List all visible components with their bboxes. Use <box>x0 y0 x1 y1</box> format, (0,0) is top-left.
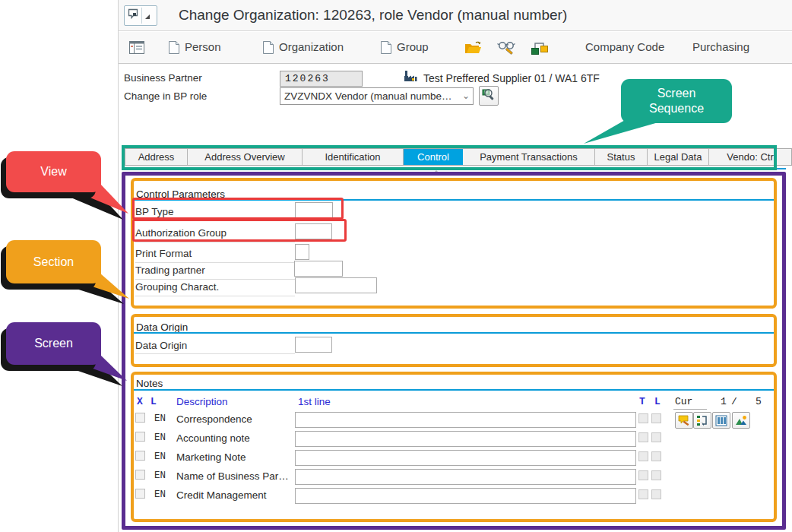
notes-pager-separator: / <box>731 396 737 407</box>
table-icon <box>715 415 727 426</box>
notes-col-first-line[interactable]: 1st line <box>298 396 331 407</box>
note-t-checkbox[interactable] <box>638 489 648 499</box>
table-view-button[interactable] <box>712 412 730 429</box>
print-format-label: Print Format <box>135 245 295 263</box>
organization-button[interactable]: Organization <box>279 40 344 53</box>
note-row-lang: EN <box>154 432 166 443</box>
bp-role-selected-value: ZVZVNDX Vendor (manual numbe… <box>284 90 452 102</box>
group-doc-icon <box>381 41 391 57</box>
services-button-divider <box>141 8 142 24</box>
note-t-checkbox[interactable] <box>638 470 648 480</box>
data-origin-input[interactable] <box>295 337 332 353</box>
note-first-line-input[interactable] <box>295 412 636 428</box>
pager-underline <box>673 409 707 410</box>
tab-vendor-ctrl[interactable]: Vendo: Ctr <box>709 149 791 165</box>
relationships-icon[interactable] <box>531 40 549 59</box>
note-row-checkbox[interactable] <box>135 432 145 442</box>
section-callout: Section <box>6 240 101 283</box>
notes-pager-total: 5 <box>756 396 762 407</box>
page: { "titlebar": { "title": "Change Organiz… <box>0 0 792 532</box>
grouping-charact-input[interactable] <box>295 277 377 293</box>
note-l-checkbox[interactable] <box>651 413 661 423</box>
trading-partner-input[interactable] <box>294 261 343 277</box>
trading-partner-label: Trading partner <box>135 261 295 280</box>
tab-strip: Address Address Overview Identification … <box>125 148 792 166</box>
grouping-charact-label: Grouping Charact. <box>135 278 295 296</box>
tabstrip-underline <box>122 168 786 169</box>
note-row-description: Marketing Note <box>176 451 292 463</box>
display-change-glasses-icon[interactable] <box>497 40 517 59</box>
print-format-input[interactable] <box>295 244 309 260</box>
note-first-line-input[interactable] <box>295 488 636 504</box>
control-parameters-title-underline <box>134 199 774 201</box>
note-l-checkbox[interactable] <box>651 451 661 461</box>
dropdown-corner-icon <box>144 9 150 23</box>
tab-address-overview[interactable]: Address Overview <box>188 149 303 165</box>
note-row-description: Credit Management <box>176 489 292 501</box>
screen-callout-label: Screen <box>34 336 73 351</box>
notes-col-l2[interactable]: L <box>654 396 661 407</box>
speech-bubble-icon <box>128 8 140 23</box>
authorization-group-input[interactable] <box>295 223 332 239</box>
bp-type-input[interactable] <box>295 202 333 218</box>
note-row-checkbox[interactable] <box>135 413 145 423</box>
organization-doc-icon <box>263 41 274 57</box>
bp-role-search-button[interactable] <box>479 86 499 106</box>
services-menu-button[interactable] <box>124 5 157 26</box>
window-left-edge <box>118 0 119 532</box>
data-origin-title: Data Origin <box>136 321 188 333</box>
note-row-description: Name of Business Par… <box>176 470 292 482</box>
notes-col-l[interactable]: L <box>150 396 157 407</box>
screen-sequence-callout: Screen Sequence <box>621 79 732 123</box>
notes-col-x[interactable]: X <box>137 396 143 407</box>
notes-title: Notes <box>136 378 163 389</box>
note-l-checkbox[interactable] <box>651 432 661 442</box>
magnifier-doc-icon <box>482 87 496 104</box>
note-first-line-input[interactable] <box>295 431 636 447</box>
sequence-list-button[interactable] <box>693 412 711 429</box>
note-l-checkbox[interactable] <box>651 470 661 480</box>
note-t-checkbox[interactable] <box>638 451 648 461</box>
tab-status[interactable]: Status <box>595 149 648 165</box>
screen-callout: Screen <box>6 322 101 365</box>
notes-col-t[interactable]: T <box>639 396 645 407</box>
locator-icon[interactable] <box>129 41 144 57</box>
bp-type-label: BP Type <box>135 203 295 221</box>
open-folder-icon[interactable] <box>464 40 482 58</box>
group-button[interactable]: Group <box>397 40 429 53</box>
tab-control[interactable]: Control <box>404 149 463 165</box>
purchasing-button[interactable]: Purchasing <box>692 40 749 53</box>
note-row-lang: EN <box>154 489 166 500</box>
note-edit-icon <box>678 415 691 426</box>
note-t-checkbox[interactable] <box>638 432 648 442</box>
graphic-view-button[interactable] <box>732 412 750 429</box>
business-partner-value-field[interactable]: 120263 <box>280 71 363 87</box>
bp-role-dropdown[interactable]: ZVZVNDX Vendor (manual numbe… ⌄ <box>280 87 474 105</box>
section-callout-label: Section <box>33 255 74 270</box>
notes-title-underline <box>134 389 774 391</box>
page-title: Change Organization: 120263, role Vendor… <box>179 7 567 24</box>
application-toolbar: Person Organization Group Company Code P… <box>119 32 792 64</box>
business-partner-label: Business Partner <box>124 72 202 84</box>
note-t-checkbox[interactable] <box>638 413 648 423</box>
business-partner-description: Test Preffered Supplier 01 / WA1 6TF <box>423 72 600 84</box>
tab-identification[interactable]: Identification <box>303 149 404 165</box>
notes-pager-label: Cur <box>675 396 692 407</box>
note-first-line-input[interactable] <box>295 469 636 485</box>
note-first-line-input[interactable] <box>295 450 636 466</box>
company-code-button[interactable]: Company Code <box>585 40 664 53</box>
tab-address[interactable]: Address <box>125 149 188 165</box>
title-bar: Change Organization: 120263, role Vendor… <box>119 0 792 31</box>
notes-col-description[interactable]: Description <box>176 396 228 407</box>
data-origin-title-underline <box>134 332 774 334</box>
note-row-description: Accounting note <box>176 432 292 444</box>
person-button[interactable]: Person <box>185 40 221 53</box>
note-l-checkbox[interactable] <box>651 489 661 499</box>
note-row-checkbox[interactable] <box>135 489 145 499</box>
notes-pager-current: 1 <box>721 396 727 407</box>
tab-payment-transactions[interactable]: Payment Transactions <box>463 149 595 165</box>
tab-legal-data[interactable]: Legal Data <box>648 149 709 165</box>
edit-note-button[interactable] <box>675 412 693 429</box>
note-row-checkbox[interactable] <box>135 470 145 480</box>
note-row-checkbox[interactable] <box>135 451 145 461</box>
